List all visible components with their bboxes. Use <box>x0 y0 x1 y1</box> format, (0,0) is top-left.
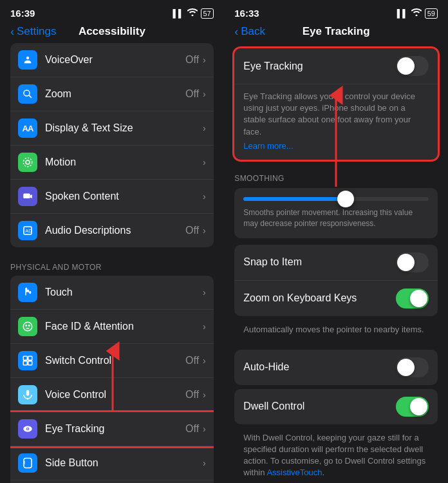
signal-icon: ▌▌ <box>173 9 183 18</box>
svg-rect-12 <box>23 356 27 360</box>
slider-thumb[interactable] <box>337 191 354 207</box>
svg-rect-14 <box>23 361 27 365</box>
spoken-chevron: › <box>203 191 206 202</box>
face-id-label: Face ID & Attention <box>45 321 203 332</box>
snap-to-item-toggle[interactable] <box>396 252 429 272</box>
back-label-left: Settings <box>17 25 56 38</box>
snap-to-item-row[interactable]: Snap to Item <box>234 245 438 281</box>
eye-tracking-label-left: Eye Tracking <box>45 423 185 435</box>
status-icons-right: ▌▌ 59 <box>397 8 438 19</box>
assistive-touch-link[interactable]: AssistiveTouch <box>266 468 322 477</box>
back-button-right[interactable]: ‹ Back <box>234 25 265 39</box>
motion-icon <box>18 153 37 172</box>
voice-control-chevron: › <box>203 390 206 400</box>
left-panel: 16:39 ▌▌ 57 ‹ Settings Accessibility <box>0 0 224 483</box>
side-button-item[interactable]: Side Button › <box>10 446 214 480</box>
touch-label: Touch <box>45 287 203 298</box>
voiceover-label: VoiceOver <box>45 54 185 66</box>
zoom-keyboard-row[interactable]: Zoom on Keyboard Keys <box>234 281 438 316</box>
battery-icon-right: 59 <box>425 8 438 19</box>
dwell-group: Dwell Control <box>234 389 438 424</box>
zoom-keyboard-toggle[interactable] <box>396 289 429 308</box>
wifi-icon-right <box>411 8 422 18</box>
display-icon: AA <box>18 118 37 138</box>
dwell-control-row[interactable]: Dwell Control <box>234 389 438 424</box>
zoom-value: Off <box>185 88 199 100</box>
svg-rect-16 <box>26 390 30 396</box>
learn-more-link[interactable]: Learn more... <box>243 140 429 152</box>
zoom-chevron: › <box>203 89 206 99</box>
display-label: Display & Text Size <box>45 122 203 134</box>
svg-point-10 <box>26 325 27 327</box>
right-content: Eye Tracking Eye Tracking allows you to … <box>224 43 448 483</box>
right-panel: 16:33 ▌▌ 59 ‹ Back Eye Tracking Eye Trac… <box>224 0 448 483</box>
voiceover-item[interactable]: VoiceOver Off › <box>10 43 214 77</box>
auto-hide-row[interactable]: Auto-Hide <box>234 350 438 385</box>
nav-bar-left: ‹ Settings Accessibility <box>0 23 224 43</box>
wifi-icon <box>187 8 198 18</box>
vision-group: VoiceOver Off › Zoom Off › AA Display & … <box>10 43 214 247</box>
display-text-item[interactable]: AA Display & Text Size › <box>10 111 214 146</box>
nav-bar-right: ‹ Back Eye Tracking <box>224 23 448 43</box>
dwell-toggle-thumb <box>410 398 427 415</box>
smoothing-header: SMOOTHING <box>234 165 438 188</box>
eye-tracking-main-section: Eye Tracking Eye Tracking allows you to … <box>234 48 438 160</box>
page-title-right: Eye Tracking <box>303 25 370 38</box>
status-bar-left: 16:39 ▌▌ 57 <box>0 0 224 23</box>
eye-tracking-value: Off <box>185 423 199 435</box>
svg-rect-5 <box>23 194 30 199</box>
slider-container: Smooths pointer movement. Increasing thi… <box>234 188 438 238</box>
touch-item[interactable]: Touch › <box>10 276 214 310</box>
voiceover-icon <box>18 50 37 70</box>
svg-point-0 <box>26 57 30 60</box>
spoken-content-item[interactable]: Spoken Content › <box>10 180 214 214</box>
touch-chevron: › <box>203 287 206 298</box>
eye-tracking-toggle[interactable] <box>396 56 429 76</box>
eye-tracking-main-label: Eye Tracking <box>243 61 396 72</box>
motion-label: Motion <box>45 156 203 168</box>
audio-desc-icon: AD <box>18 221 37 240</box>
voice-control-value: Off <box>185 389 199 401</box>
voice-control-item[interactable]: Voice Control Off › <box>10 378 214 412</box>
auto-hide-group: Auto-Hide <box>234 350 438 385</box>
auto-hide-toggle[interactable] <box>396 357 429 377</box>
dwell-desc: With Dwell Control, keeping your gaze st… <box>234 427 438 483</box>
motion-item[interactable]: Motion › <box>10 146 214 180</box>
eye-tracking-item[interactable]: Eye Tracking Off › <box>10 412 214 446</box>
audio-desc-chevron: › <box>203 225 206 236</box>
motion-chevron: › <box>203 157 206 167</box>
zoom-desc: Automatically moves the pointer to nearb… <box>234 319 438 343</box>
signal-icon-right: ▌▌ <box>397 9 408 18</box>
snap-zoom-group: Snap to Item Zoom on Keyboard Keys <box>234 245 438 316</box>
svg-rect-22 <box>24 461 25 464</box>
zoom-keyboard-label: Zoom on Keyboard Keys <box>243 292 396 304</box>
face-id-item[interactable]: Face ID & Attention › <box>10 310 214 344</box>
svg-point-3 <box>26 160 30 164</box>
snap-to-item-label: Snap to Item <box>243 256 396 268</box>
snap-toggle-thumb <box>397 254 415 271</box>
svg-rect-21 <box>24 459 32 468</box>
dwell-control-toggle[interactable] <box>396 397 429 417</box>
battery-icon: 57 <box>201 8 214 19</box>
switch-control-item[interactable]: Switch Control Off › <box>10 344 214 378</box>
side-button-icon <box>18 453 37 473</box>
voice-control-label: Voice Control <box>45 389 185 401</box>
face-id-icon <box>18 317 37 336</box>
page-title-left: Accessibility <box>79 25 145 38</box>
slider-track[interactable] <box>243 197 429 201</box>
physical-motor-header: PHYSICAL AND MOTOR <box>0 252 224 276</box>
eye-tracking-toggle-row[interactable]: Eye Tracking <box>234 48 438 84</box>
back-button-left[interactable]: ‹ Settings <box>10 25 56 39</box>
apple-watch-item[interactable]: Apple Watch Mirroring › <box>10 480 214 483</box>
svg-point-11 <box>29 325 30 327</box>
status-icons-left: ▌▌ 57 <box>173 8 213 19</box>
side-button-chevron: › <box>203 458 206 468</box>
audio-desc-item[interactable]: AD Audio Descriptions Off › <box>10 214 214 247</box>
slider-fill <box>243 197 345 201</box>
side-button-label: Side Button <box>45 457 203 469</box>
slider-desc: Smooths pointer movement. Increasing thi… <box>243 207 429 229</box>
zoom-icon <box>18 84 37 104</box>
zoom-item[interactable]: Zoom Off › <box>10 77 214 111</box>
svg-rect-13 <box>28 356 32 360</box>
auto-hide-thumb <box>397 359 415 376</box>
